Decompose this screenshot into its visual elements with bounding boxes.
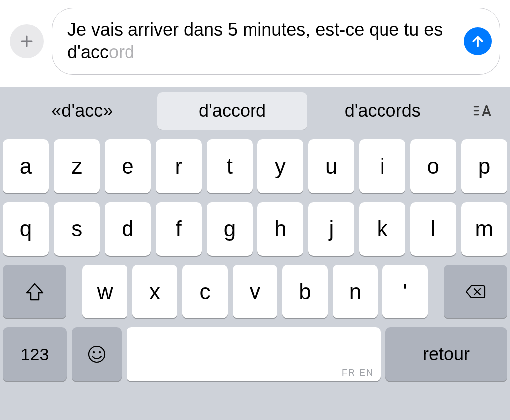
format-icon [472, 101, 492, 121]
emoji-key[interactable] [72, 327, 122, 381]
key-v[interactable]: v [233, 265, 277, 318]
send-button[interactable] [464, 27, 492, 55]
key-k[interactable]: k [359, 202, 405, 256]
space-locale-label: FR EN [342, 368, 374, 378]
key-x[interactable]: x [132, 265, 177, 318]
key-rows: a z e r t y u i o p q s d f g h j k l m [3, 135, 507, 418]
key-m[interactable]: m [461, 202, 507, 256]
key-z[interactable]: z [54, 139, 100, 193]
shift-icon [24, 281, 46, 303]
svg-point-1 [93, 351, 95, 353]
key-a[interactable]: a [3, 139, 49, 193]
backspace-key[interactable] [444, 265, 507, 318]
suggestion-bar: «d'acc» d'accord d'accords [3, 87, 507, 135]
emoji-icon [86, 343, 108, 365]
suggestion-center[interactable]: d'accord [157, 92, 308, 130]
spacebar-key[interactable]: FR EN [127, 327, 381, 381]
key-h[interactable]: h [257, 202, 303, 256]
key-d[interactable]: d [105, 202, 150, 256]
suggestion-right[interactable]: d'accords [307, 92, 458, 130]
key-apostrophe[interactable]: ' [382, 265, 427, 318]
message-text-field[interactable]: Je vais arriver dans 5 minutes, est-ce q… [52, 8, 500, 75]
return-key[interactable]: retour [385, 327, 507, 381]
key-c[interactable]: c [182, 265, 227, 318]
message-input-bar: Je vais arriver dans 5 minutes, est-ce q… [0, 0, 510, 87]
key-j[interactable]: j [308, 202, 354, 256]
key-f[interactable]: f [156, 202, 202, 256]
key-w[interactable]: w [82, 265, 127, 318]
svg-point-2 [99, 351, 101, 353]
key-n[interactable]: n [333, 265, 378, 318]
backspace-icon [464, 281, 486, 303]
key-s[interactable]: s [54, 202, 100, 256]
key-g[interactable]: g [207, 202, 253, 256]
key-row-4: 123 FR EN retour [3, 327, 507, 381]
key-row-1: a z e r t y u i o p [3, 139, 507, 193]
key-o[interactable]: o [410, 139, 456, 193]
svg-point-0 [89, 346, 105, 362]
keyboard: «d'acc» d'accord d'accords a z e r t y u… [0, 87, 510, 420]
key-t[interactable]: t [207, 139, 253, 193]
key-y[interactable]: y [257, 139, 303, 193]
separator [458, 100, 458, 122]
text-format-button[interactable] [461, 95, 503, 127]
key-l[interactable]: l [410, 202, 456, 256]
plus-icon [19, 33, 35, 49]
key-row-3: w x c v b n ' [3, 265, 507, 318]
key-e[interactable]: e [105, 139, 150, 193]
key-q[interactable]: q [3, 202, 49, 256]
number-mode-key[interactable]: 123 [3, 327, 67, 381]
suggestion-left[interactable]: «d'acc» [7, 92, 157, 130]
shift-key[interactable] [3, 265, 66, 318]
key-u[interactable]: u [308, 139, 354, 193]
predicted-text: ord [109, 42, 134, 62]
key-p[interactable]: p [461, 139, 507, 193]
arrow-up-icon [470, 34, 485, 49]
key-i[interactable]: i [359, 139, 405, 193]
key-b[interactable]: b [282, 265, 327, 318]
key-r[interactable]: r [156, 139, 202, 193]
key-row-2: q s d f g h j k l m [3, 202, 507, 256]
add-attachment-button[interactable] [10, 24, 44, 58]
